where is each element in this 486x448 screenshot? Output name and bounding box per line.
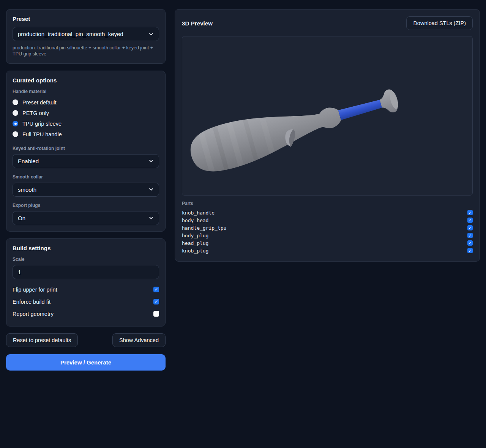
preset-select[interactable]: production_traditional_pin_smooth_keyed [13, 27, 159, 41]
build-settings-title: Build settings [13, 245, 159, 251]
chevron-down-icon [148, 158, 154, 164]
part-checkbox[interactable] [467, 240, 473, 246]
radio-button[interactable] [13, 110, 18, 116]
radio-button[interactable] [13, 121, 18, 126]
radio-label: PETG only [22, 110, 49, 116]
export-plugs-label: Export plugs [13, 203, 159, 208]
flip-upper-label: Flip upper for print [13, 287, 57, 293]
part-row-handle-grip-tpu: handle_grip_tpu [182, 224, 473, 232]
export-plugs-select[interactable]: On [13, 211, 159, 225]
part-row-body-head: body_head [182, 216, 473, 224]
preset-select-value: production_traditional_pin_smooth_keyed [18, 31, 123, 37]
smooth-collar-select[interactable]: smooth [13, 183, 159, 197]
part-name: handle_grip_tpu [182, 225, 226, 231]
part-checkbox[interactable] [467, 225, 473, 230]
preview-header: 3D Preview Download STLs (ZIP) [182, 16, 473, 30]
part-name: body_plug [182, 233, 208, 238]
pin-model-render [182, 36, 472, 195]
part-checkbox[interactable] [467, 210, 473, 215]
scale-input[interactable] [13, 265, 159, 279]
keyed-joint-select[interactable]: Enabled [13, 154, 159, 168]
report-geometry-label: Report geometry [13, 311, 54, 317]
3d-viewport[interactable] [182, 36, 473, 196]
download-stls-button[interactable]: Download STLs (ZIP) [406, 16, 473, 30]
radio-label: Preset default [22, 99, 56, 106]
preset-title: Preset [13, 16, 159, 22]
preset-description: production: traditional pin silhouette +… [13, 45, 159, 57]
radio-button[interactable] [13, 131, 18, 137]
enforce-fit-checkbox[interactable] [153, 299, 159, 304]
chevron-down-icon [148, 187, 154, 192]
radio-tpu-grip-sleeve[interactable]: TPU grip sleeve [13, 118, 159, 129]
pin-model-group [184, 72, 405, 185]
keyed-joint-label: Keyed anti-rotation joint [13, 146, 159, 151]
keyed-joint-select-value: Enabled [18, 158, 39, 164]
enforce-fit-row: Enforce build fit [13, 296, 159, 308]
radio-button[interactable] [13, 99, 18, 105]
preview-generate-button[interactable]: Preview / Generate [6, 354, 166, 371]
radio-petg-only[interactable]: PETG only [13, 108, 159, 118]
curated-options-panel: Curated options Handle material Preset d… [6, 71, 166, 232]
app-root: Preset production_traditional_pin_smooth… [0, 0, 486, 380]
part-name: knob_handle [182, 210, 215, 216]
report-geometry-row: Report geometry [13, 308, 159, 320]
part-name: knob_plug [182, 248, 208, 254]
part-row-head-plug: head_plug [182, 239, 473, 247]
part-checkbox[interactable] [467, 233, 473, 238]
preset-panel: Preset production_traditional_pin_smooth… [6, 9, 166, 64]
preview-title: 3D Preview [182, 20, 213, 27]
chevron-down-icon [148, 32, 154, 37]
part-name: body_head [182, 218, 208, 223]
preview-panel: 3D Preview Download STLs (ZIP) [175, 9, 480, 262]
scale-label: Scale [13, 257, 159, 262]
part-row-knob-handle: knob_handle [182, 209, 473, 216]
radio-label: Full TPU handle [22, 131, 62, 137]
part-name: head_plug [182, 240, 208, 246]
build-settings-panel: Build settings Scale Flip upper for prin… [6, 238, 166, 327]
export-plugs-select-value: On [18, 215, 25, 221]
flip-upper-row: Flip upper for print [13, 284, 159, 296]
enforce-fit-label: Enforce build fit [13, 299, 50, 305]
curated-options-title: Curated options [13, 77, 159, 84]
radio-label: TPU grip sleeve [22, 121, 62, 127]
secondary-actions: Reset to preset defaults Show Advanced [6, 333, 166, 347]
part-checkbox[interactable] [467, 248, 473, 253]
part-row-body-plug: body_plug [182, 232, 473, 239]
chevron-down-icon [148, 215, 154, 221]
handle-material-label: Handle material [13, 89, 159, 94]
part-checkbox[interactable] [467, 218, 473, 223]
radio-full-tpu-handle[interactable]: Full TPU handle [13, 129, 159, 140]
parts-label: Parts [182, 201, 473, 206]
report-geometry-checkbox[interactable] [153, 311, 159, 317]
part-row-knob-plug: knob_plug [182, 247, 473, 254]
smooth-collar-select-value: smooth [18, 186, 36, 193]
reset-defaults-button[interactable]: Reset to preset defaults [6, 333, 78, 347]
pin-grip-sleeve [338, 99, 382, 120]
smooth-collar-label: Smooth collar [13, 174, 159, 180]
flip-upper-checkbox[interactable] [153, 287, 159, 292]
radio-preset-default[interactable]: Preset default [13, 97, 159, 108]
show-advanced-button[interactable]: Show Advanced [112, 333, 166, 347]
left-column: Preset production_traditional_pin_smooth… [6, 9, 166, 371]
